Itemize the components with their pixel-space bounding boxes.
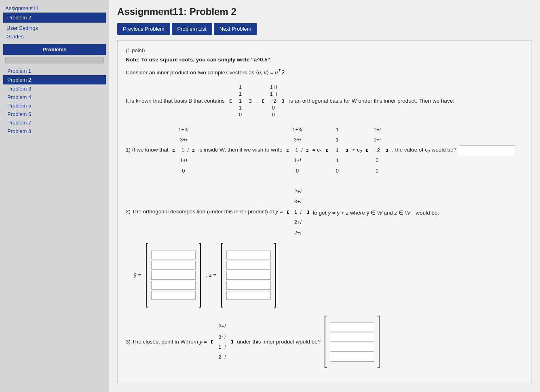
problem-2-section: 2) The orthogoanl decomposition (under t… <box>126 185 523 308</box>
basis-prefix: It is known that that basis B that conta… <box>126 98 225 104</box>
p1-bv1-bl <box>326 149 328 152</box>
z-inputs <box>224 249 273 301</box>
sidebar-problem-6[interactable]: Problem 6 <box>3 110 106 118</box>
sidebar-problem-5[interactable]: Problem 5 <box>3 101 106 110</box>
sidebar-user-settings[interactable]: User Settings <box>3 24 106 32</box>
p3-inputs <box>327 321 377 363</box>
p2-y-br <box>307 211 309 214</box>
z-input-2[interactable] <box>226 261 271 270</box>
p1-vector-repeat: 1+3i 3+i −1−i 1+i 0 <box>287 123 308 177</box>
p1-bv1-br <box>346 149 348 152</box>
p3-input-1[interactable] <box>330 322 374 331</box>
bracket-l-2 <box>262 99 264 103</box>
sidebar-problem-list: Problem 1 Problem 2 Problem 3 Problem 4 … <box>3 67 106 135</box>
yhat-z-row: ŷ = , z = <box>134 243 523 308</box>
p1-repeat-bracket-l <box>287 149 289 152</box>
sidebar-progress-bar <box>5 57 104 63</box>
comma-separator: , <box>256 98 258 104</box>
p3-input-3[interactable] <box>330 343 374 352</box>
z-input-3[interactable] <box>226 271 271 280</box>
yhat-label: ŷ = <box>134 270 141 280</box>
yhat-inputs <box>149 249 198 301</box>
z-bl <box>221 243 223 308</box>
p3-answer-matrix <box>325 316 380 368</box>
p3-y-bl <box>211 340 213 344</box>
sidebar-problem-2[interactable]: Problem 2 <box>3 75 106 84</box>
sidebar-active-problem[interactable]: Problem 2 <box>3 13 106 23</box>
basis-display: It is known that that basis B that conta… <box>126 82 523 119</box>
basis-suffix: is an orthogonal basis for W under this … <box>289 98 454 104</box>
p3-suffix: under this inner product would be? <box>237 337 321 347</box>
p2-prefix: 2) The orthogoanl decomposition (under t… <box>126 207 283 217</box>
yhat-input-2[interactable] <box>151 261 196 270</box>
p3-ans-br <box>378 316 380 368</box>
p1-vector: 1+3i 3+i −1−i 1+i 0 <box>173 123 194 177</box>
p1-prefix: 1) If we know that <box>126 145 169 155</box>
z-br <box>274 243 276 308</box>
p1-plus: + c2 <box>352 145 362 156</box>
p1-suffix: , the value of c2 would be? <box>392 145 456 156</box>
p2-suffix: to get y = ŷ + z where ŷ ∈ W and z ∈ W⊥ … <box>313 207 439 218</box>
nav-buttons: Previous Problem Problem List Next Probl… <box>117 23 532 35</box>
z-input-1[interactable] <box>226 251 271 259</box>
sidebar-problem-3[interactable]: Problem 3 <box>3 84 106 93</box>
yhat-input-4[interactable] <box>151 281 196 290</box>
yhat-input-5[interactable] <box>151 291 196 300</box>
point-label: (1 point) <box>126 47 523 53</box>
problem-1-section: 1) If we know that 1+3i 3+i −1−i 1+i 0 i… <box>126 123 523 177</box>
p2-y-vector: 2+i 3+i 1−i 2+i 2−i <box>287 185 309 239</box>
bracket-l-1 <box>230 99 232 103</box>
problem-3-section: 3) The closest point in W from y = 2+i 3… <box>126 316 523 368</box>
problem-list-button[interactable]: Problem List <box>172 23 212 35</box>
z-label: , z = <box>206 270 216 280</box>
yhat-bl <box>146 243 148 308</box>
yhat-input-3[interactable] <box>151 271 196 280</box>
z-input-4[interactable] <box>226 281 271 290</box>
p3-y-br <box>231 340 233 344</box>
sidebar-problem-1[interactable]: Problem 1 <box>3 67 106 75</box>
bracket-r-1 <box>249 99 251 103</box>
p1-bracket-l <box>173 149 175 152</box>
main-content: Assignment11: Problem 2 Previous Problem… <box>109 0 540 392</box>
yhat-br <box>199 243 201 308</box>
p3-input-2[interactable] <box>330 333 374 341</box>
p1-answer-input[interactable] <box>459 145 515 155</box>
z-input-5[interactable] <box>226 291 271 300</box>
p1-bv2-br <box>386 149 388 152</box>
yhat-input-1[interactable] <box>151 251 196 259</box>
yhat-matrix <box>146 243 201 308</box>
sidebar-problem-7[interactable]: Problem 7 <box>3 118 106 127</box>
page-title: Assignment11: Problem 2 <box>117 6 532 17</box>
previous-problem-button[interactable]: Previous Problem <box>117 23 170 35</box>
next-problem-button[interactable]: Next Problem <box>214 23 257 35</box>
sidebar-grades[interactable]: Grades <box>3 32 106 41</box>
p1-middle: is inside W, then if we wish to write <box>198 145 283 155</box>
problem-content: (1 point) Note: To use square roots, you… <box>117 40 532 383</box>
intro-text: Consider an inner product on two complex… <box>126 67 523 77</box>
p1-equals: = c1 <box>312 145 323 156</box>
sidebar-problem-4[interactable]: Problem 4 <box>3 93 106 101</box>
bracket-r-2 <box>282 99 284 103</box>
note-text: Note: To use square roots, you can simpl… <box>126 57 523 63</box>
p1-bv1: 1 1 1 1 0 <box>326 123 348 177</box>
p1-bv2: 1+i 1−i −2 0 0 <box>366 123 388 177</box>
p3-ans-bl <box>325 316 327 368</box>
p1-bracket-r <box>192 149 194 152</box>
basis-vector-2: 1+i 1−i −2 0 0 <box>262 82 284 119</box>
p1-repeat-bracket-r <box>306 149 308 152</box>
p3-input-4[interactable] <box>330 353 374 362</box>
p2-y-bl <box>287 211 289 214</box>
sidebar-assignment-link[interactable]: Assignment11 <box>3 4 106 13</box>
p3-y-vector: 2+i 3+i 1−i 2+i <box>211 320 233 364</box>
p3-prefix: 3) The closest point in W from y = <box>126 337 207 347</box>
sidebar: Assignment11 Problem 2 User Settings Gra… <box>0 0 109 392</box>
sidebar-problems-header: Problems <box>3 44 106 55</box>
p1-bv2-bl <box>366 149 368 152</box>
basis-vector-1: 1 1 1 1 0 <box>230 82 251 119</box>
sidebar-problem-8[interactable]: Problem 8 <box>3 127 106 135</box>
z-matrix <box>221 243 276 308</box>
